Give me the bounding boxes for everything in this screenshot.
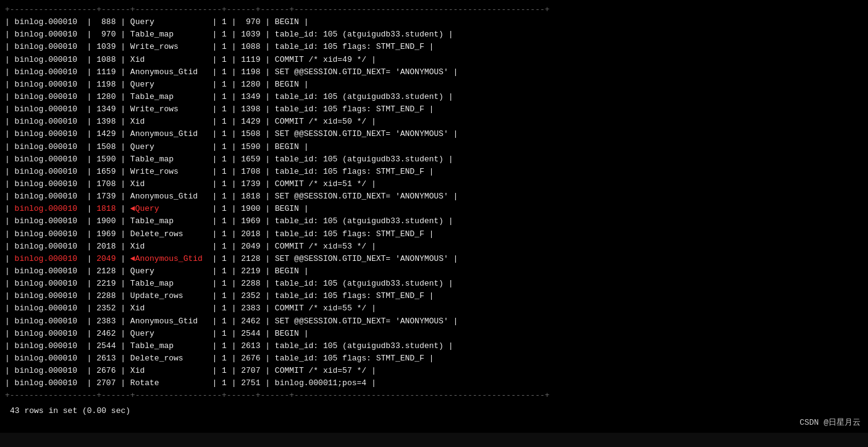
- status-line: 43 rows in set (0.00 sec): [5, 402, 863, 419]
- table-output: +------------------+------+-------------…: [5, 4, 863, 402]
- table-container: +------------------+------+-------------…: [0, 2, 868, 420]
- watermark: CSDN @日星月云: [799, 417, 861, 428]
- terminal: +------------------+------+-------------…: [0, 0, 868, 433]
